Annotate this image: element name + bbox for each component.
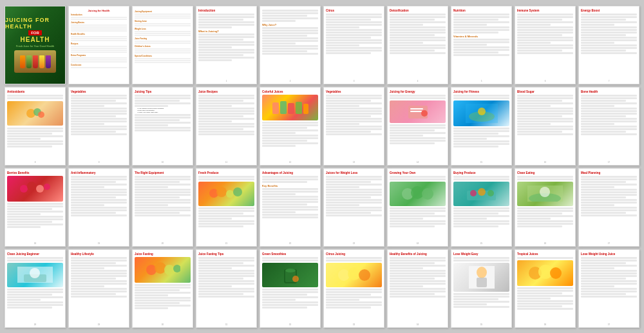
page-11[interactable]: Antioxidants 8 bbox=[5, 87, 66, 166]
page-31[interactable]: Clean Juicing Beginner 28 bbox=[5, 249, 66, 328]
page-toc[interactable]: Juicing for Health Introduction Juicing … bbox=[68, 6, 129, 84]
page-number-6: 3 bbox=[354, 80, 355, 82]
text-line bbox=[453, 213, 498, 214]
toc-line bbox=[71, 46, 127, 47]
text-line bbox=[135, 189, 191, 191]
page-38[interactable]: Lose Weight Easy 35 bbox=[451, 249, 512, 328]
page-16[interactable]: Vegetables 13 bbox=[323, 87, 384, 166]
text-line bbox=[135, 122, 191, 124]
page-30[interactable]: Meal Planning 27 bbox=[578, 168, 639, 247]
page-number-20: 17 bbox=[608, 161, 610, 164]
text-line bbox=[517, 257, 573, 259]
text-line bbox=[326, 291, 382, 293]
page-19[interactable]: Blood Sugar 16 bbox=[515, 87, 576, 166]
text-line bbox=[135, 119, 180, 121]
text-line bbox=[517, 303, 573, 305]
toc-line bbox=[135, 62, 191, 63]
page-35[interactable]: Green Smoothies 32 bbox=[260, 249, 321, 328]
page33-image bbox=[135, 257, 191, 283]
text-line bbox=[326, 301, 382, 303]
text-line bbox=[581, 108, 637, 109]
page12-title: Vegetables bbox=[71, 90, 127, 93]
page-18[interactable]: Juicing for Fitness 15 bbox=[451, 87, 512, 166]
page-36[interactable]: Citrus Juicing 33 bbox=[323, 249, 384, 328]
text-line bbox=[326, 176, 382, 178]
text-line bbox=[262, 214, 318, 216]
page-26[interactable]: Juices for Weight Loss 23 bbox=[323, 168, 384, 247]
page-10[interactable]: Energy Boost 7 bbox=[578, 6, 639, 84]
page17-title: Juicing for Energy bbox=[390, 90, 446, 93]
page-5[interactable]: Why Juice? 2 bbox=[260, 6, 321, 84]
text-line bbox=[517, 52, 573, 54]
text-line bbox=[198, 285, 232, 287]
page-9[interactable]: Immune System 6 bbox=[515, 6, 576, 84]
text-line bbox=[390, 296, 446, 298]
text-line bbox=[7, 221, 52, 223]
text-line bbox=[390, 44, 446, 46]
text-line bbox=[581, 181, 626, 183]
toc-line bbox=[71, 17, 127, 18]
toc-line bbox=[135, 25, 191, 26]
text-line bbox=[135, 105, 168, 107]
page7-title: Detoxification bbox=[390, 9, 446, 12]
page-toc2[interactable]: Juicing Equipment Storing Juice Weight L… bbox=[132, 6, 193, 84]
text-line bbox=[453, 52, 498, 53]
text-line bbox=[198, 223, 254, 225]
text-line bbox=[7, 128, 63, 129]
page-6[interactable]: Citrus 3 bbox=[323, 6, 384, 84]
page-4[interactable]: Introduction What is Juicing? 1 bbox=[196, 6, 257, 84]
page18-image bbox=[453, 100, 509, 126]
page-23[interactable]: The Right Equipment 20 bbox=[132, 168, 193, 247]
text-line bbox=[517, 24, 551, 26]
page-37[interactable]: Healthy Benefits of Juicing 34 bbox=[387, 249, 448, 328]
page-20[interactable]: Bone Health 17 bbox=[578, 87, 639, 166]
text-line bbox=[135, 307, 168, 309]
text-line bbox=[326, 184, 382, 186]
text-line bbox=[453, 140, 509, 142]
text-line bbox=[390, 127, 446, 129]
page-15[interactable]: Colorful Juices 12 bbox=[260, 87, 321, 166]
page-12[interactable]: Vegetables 9 bbox=[68, 87, 129, 166]
page-28[interactable]: Buying Produce 25 bbox=[451, 168, 512, 247]
page-40[interactable]: Lose Weight Using Juice 37 bbox=[578, 249, 639, 328]
text-line bbox=[326, 181, 371, 183]
text-line bbox=[453, 19, 498, 21]
page-14[interactable]: Juice Recipes 11 bbox=[196, 87, 257, 166]
text-line bbox=[71, 283, 127, 285]
page-39[interactable]: Tropical Juices 36 bbox=[515, 249, 576, 328]
text-line bbox=[262, 191, 318, 193]
text-line bbox=[198, 207, 254, 209]
page-17[interactable]: Juicing for Energy 14 bbox=[387, 87, 448, 166]
text-line bbox=[581, 21, 637, 23]
text-line bbox=[71, 102, 127, 104]
page-8[interactable]: Nutrition Vitamins & Minerals 5 bbox=[451, 6, 512, 84]
text-line bbox=[517, 207, 573, 209]
page-24[interactable]: Fresh Produce 21 bbox=[196, 168, 257, 247]
page10-title: Energy Boost bbox=[581, 9, 637, 12]
page-22[interactable]: Anti-Inflammatory 19 bbox=[68, 168, 129, 247]
page-7[interactable]: Detoxification 4 bbox=[387, 6, 448, 84]
text-line bbox=[135, 284, 191, 286]
page36-image bbox=[326, 263, 382, 287]
text-line bbox=[71, 288, 127, 290]
page-34[interactable]: Juice Fasting Tips 31 bbox=[196, 249, 257, 328]
text-line bbox=[581, 278, 626, 280]
page-29[interactable]: Clean Eating 26 bbox=[515, 168, 576, 247]
svg-point-22 bbox=[233, 187, 242, 196]
text-line bbox=[581, 212, 626, 214]
page-21[interactable]: Berries Benefits 18 bbox=[5, 168, 66, 247]
text-line bbox=[390, 267, 423, 269]
text-line bbox=[390, 29, 446, 31]
text-line bbox=[326, 299, 359, 301]
page-32[interactable]: Healthy Lifestyle 29 bbox=[68, 249, 129, 328]
text-line bbox=[517, 115, 562, 117]
page-27[interactable]: Growing Your Own 24 bbox=[387, 168, 448, 247]
text-line bbox=[581, 29, 637, 31]
text-line bbox=[453, 215, 509, 217]
text-line bbox=[135, 178, 191, 180]
page-13[interactable]: Juicing Tips • Use organic produce when … bbox=[132, 87, 193, 166]
page-33[interactable]: Juice Fasting 30 bbox=[132, 249, 193, 328]
page-25[interactable]: Advantages of Juicing Key Benefits 22 bbox=[260, 168, 321, 247]
page-cover[interactable]: JUICING FOR HEALTH FOR HEALTH Fresh Juic… bbox=[5, 6, 66, 84]
text-line bbox=[71, 265, 127, 267]
